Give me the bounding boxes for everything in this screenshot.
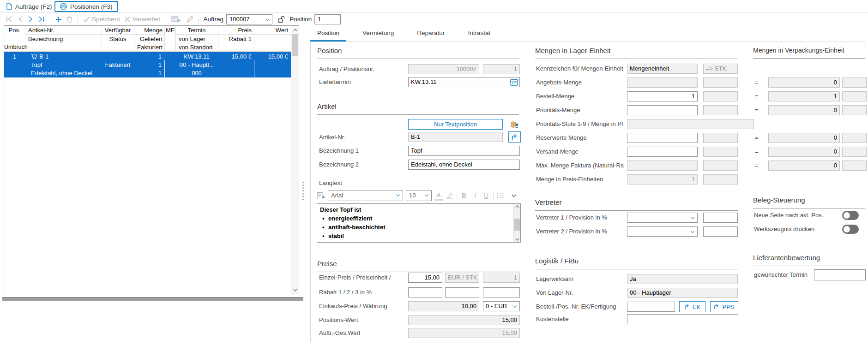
bestellmenge-input[interactable]: 1 [627,91,698,101]
editor-scrollbar[interactable] [513,204,520,242]
toolbar-separator [166,15,166,24]
cell-wert: 15,00 € [254,53,288,61]
gesamtwert-field: 15,00 [408,328,520,338]
liefertermin-input[interactable]: KW.13.11 [408,77,520,87]
angebotsmenge-label: Angebots-Menge [536,77,627,88]
column-header-von-standort: von Standort [179,43,213,51]
gesamtwert-label: Auftr.-Ges.Wert [319,328,360,338]
langtext-bullet: •stabil [320,232,511,240]
verpackung-einheit-field [842,77,867,88]
provision1-input[interactable] [703,213,738,223]
von-lager-label: Von Lager-Nr. [536,288,627,298]
angebotsmenge-field2 [703,77,738,88]
detail-tabs: Position Vermietung Reparatur Intrastat [310,28,506,42]
next-record-button[interactable] [25,14,36,25]
scroll-down-icon[interactable] [514,237,521,242]
font-color-icon: A [434,190,443,201]
table-scrollbar[interactable] [291,26,299,294]
window-tabs-bar: Aufträge (F2) Positionen (F3) [0,0,868,12]
edit-text-button[interactable] [184,14,196,25]
vertreter1-select[interactable] [627,213,698,223]
delete-record-button[interactable] [64,14,75,25]
article-catalog-icon [510,119,519,129]
insert-textblock-icon[interactable] [317,190,325,201]
gewuenschter-termin-input[interactable] [814,269,866,280]
chevron-down-icon [265,17,269,20]
ek-button[interactable]: EK [679,301,705,312]
verpackung-menge-field: 0 [768,77,840,88]
rabatt2-input[interactable] [445,287,479,297]
previous-record-button[interactable] [15,14,25,25]
article-catalog-button[interactable] [508,119,521,130]
column-header-geliefert: Geliefert [134,35,163,43]
reservierte-menge-input[interactable] [627,133,698,143]
tab-reparatur[interactable]: Reparatur [410,28,452,42]
panel-splitter-handle[interactable] [301,182,304,200]
waehrung-select[interactable]: 0 - EUR [483,301,520,311]
section-title-beleg: Beleg-Steuerung [753,196,865,208]
scroll-up-icon[interactable] [514,204,521,209]
first-record-button[interactable] [4,14,15,25]
rabatt3-input[interactable] [483,287,520,297]
table-row[interactable]: 1 B-1 Topf Edelstahl, ohne Deckel Faktur… [4,52,291,77]
bestellnr-input[interactable] [627,302,675,312]
font-family-select[interactable]: Arial [328,190,403,201]
langtext-editor[interactable]: Dieser Topf ist •energieeffizient •antih… [317,203,521,243]
pps-button[interactable]: PPS [710,301,738,312]
nur-textposition-button[interactable]: Nur Textposition [408,119,503,130]
save-button[interactable]: Speichern [81,14,122,25]
goto-artikel-button[interactable] [508,131,521,143]
x-icon [125,17,130,22]
equals-label: = [755,161,759,171]
tab-position[interactable]: Position [310,28,346,42]
copy-position-button[interactable] [169,14,184,25]
equals-label: = [755,147,759,157]
scroll-up-icon[interactable] [291,26,299,34]
neue-seite-toggle[interactable] [842,211,859,220]
last-record-button[interactable] [36,14,47,25]
verpackung-menge-field: 1 [768,91,840,101]
tab-auftraege[interactable]: Aufträge (F2) [2,1,57,12]
discard-button[interactable]: Verwerfen [122,14,163,25]
toolbar-separator [50,15,50,24]
versandmenge-label: Versand-Menge [536,147,627,157]
versandmenge-input[interactable] [627,147,698,157]
reservierte-menge-field2 [703,133,738,143]
auftrag-combobox[interactable]: 100007 [226,14,272,24]
bezeichnung2-input[interactable]: Edelstahl, ohne Deckel [408,160,520,170]
rabatt1-input[interactable] [408,287,442,297]
lock-toggle-button[interactable] [275,14,288,25]
einzelpreis-input[interactable]: 15,00 [408,273,442,283]
prioritaetsmenge-input[interactable] [627,105,698,115]
auftrag-positionsnr-label: Auftrag / Positionsnr. [319,64,374,74]
bestellmenge-field2 [703,91,738,101]
artikel-nr-field: B-1 [408,132,503,142]
position-input[interactable]: 1 [314,14,341,24]
font-size-select[interactable]: 10 [406,190,432,201]
scroll-down-icon[interactable] [291,286,299,294]
bezeichnung1-input[interactable]: Topf [408,146,520,156]
add-record-button[interactable] [53,14,64,25]
scrollbar-thumb[interactable] [514,219,520,231]
cell-termin: KW.13.11 [175,53,218,61]
versandmenge-field2 [703,147,738,157]
more-options-icon[interactable] [510,190,518,201]
lagerwirksam-label: Lagerwirksam [536,274,627,284]
tab-intrastat[interactable]: Intrastat [461,28,497,42]
horizontal-splitter[interactable] [2,297,303,301]
preiseinheit-faktor-field: 1 [483,273,520,283]
max-menge-field2 [703,161,738,171]
verpackung-menge-field: 0 [768,105,840,115]
tab-positionen[interactable]: Positionen (F3) [54,1,118,12]
kostenstelle-input[interactable] [627,314,738,324]
scrollbar-thumb[interactable] [292,34,298,56]
column-header-status: Status [102,35,134,43]
calendar-button[interactable] [509,78,518,86]
lagerwirksam-field: Ja [627,274,738,284]
werkszeugnis-toggle[interactable] [842,225,859,234]
vertreter2-select[interactable] [627,226,698,237]
provision2-input[interactable] [703,226,738,237]
cell-bezeichnung2: Edelstahl, ohne Deckel [31,69,92,77]
langtext-line: Dieser Topf ist [320,205,511,214]
tab-vermietung[interactable]: Vermietung [356,28,401,42]
